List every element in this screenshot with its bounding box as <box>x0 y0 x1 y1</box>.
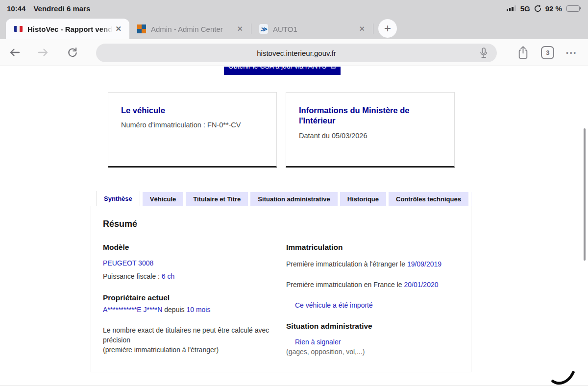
back-button[interactable] <box>4 47 25 58</box>
url-text: histovec.interieur.gouv.fr <box>257 49 336 57</box>
card-body: Datant du 05/03/2026 <box>299 132 441 140</box>
browser-tab-admin[interactable]: Admin - Admin Center ✕ <box>129 19 251 39</box>
external-link-icon <box>330 67 336 69</box>
status-date: Vendredi 6 mars <box>33 4 90 13</box>
owner-line: A***********E J****N depuis 10 mois <box>103 305 275 314</box>
ministry-card: Informations du Ministère de l'Intérieur… <box>286 92 455 168</box>
admin-status-hint: (gages, opposition, vol,...) <box>286 347 459 357</box>
bottom-hairline <box>0 385 588 386</box>
tab-kilometrage[interactable]: Kilométrage <box>471 192 471 206</box>
microphone-icon[interactable] <box>478 47 489 59</box>
cta-clip: Obtenir le CSA à jour via l'ANTS <box>224 67 341 75</box>
close-tab-icon[interactable]: ✕ <box>356 24 368 34</box>
registration-date-foreign: 19/09/2019 <box>407 260 441 268</box>
french-flag-favicon-icon <box>14 24 23 33</box>
tab-separator <box>373 24 373 34</box>
owner-note-line2: (première immatriculation à l'étranger) <box>103 345 275 355</box>
info-cards: Le véhicule Numéro d'immatriculation : F… <box>108 92 455 168</box>
nav-right-tools: 3 ••• <box>517 39 588 66</box>
owner-name: A***********E J****N <box>103 306 162 314</box>
model-name: PEUGEOT 3008 <box>103 258 275 268</box>
status-time: 10:44 <box>7 4 25 13</box>
synthese-panel: Résumé Modèle PEUGEOT 3008 Puissance fis… <box>91 206 471 372</box>
auto1-favicon-icon: ≫ <box>259 24 268 33</box>
card-title: Informations du Ministère de l'Intérieur <box>299 105 441 126</box>
browser-tab-histovec[interactable]: HistoVec - Rapport vend ✕ <box>6 19 129 39</box>
forward-button[interactable] <box>32 47 54 58</box>
tab-vehicule[interactable]: Véhicule <box>143 192 183 206</box>
fiscal-power-line: Puissance fiscale : 6 ch <box>103 271 275 281</box>
vehicle-card: Le véhicule Numéro d'immatriculation : F… <box>108 92 277 168</box>
tab-title: AUTO1 <box>273 25 356 33</box>
checker-favicon-icon <box>137 24 146 33</box>
close-tab-icon[interactable]: ✕ <box>234 24 246 34</box>
tab-overview-button[interactable]: 3 <box>541 46 554 59</box>
loading-arc-icon <box>549 367 577 386</box>
registration-date-france: 20/01/2020 <box>404 281 438 289</box>
tab-historique[interactable]: Historique <box>340 192 386 206</box>
browser-top-chrome: 10:44 Vendredi 6 mars 5G 92 % <box>0 0 588 39</box>
admin-status-heading: Situation administrative <box>286 322 459 331</box>
card-body: Numéro d'immatriculation : FN-0**-CV <box>121 121 264 129</box>
imported-link[interactable]: Ce véhicule a été importé <box>286 300 459 310</box>
model-heading: Modèle <box>103 243 275 252</box>
fiscal-power-value: 6 ch <box>162 272 174 280</box>
tab-title: Admin - Admin Center <box>151 25 234 33</box>
card-title: Le véhicule <box>121 105 264 116</box>
summary-title: Résumé <box>103 219 459 229</box>
page-scrollbar[interactable] <box>584 128 586 261</box>
tab-situation-administrative[interactable]: Situation administrative <box>250 192 337 206</box>
tab-titulaire-et-titre[interactable]: Titulaire et Titre <box>186 192 248 206</box>
network-label: 5G <box>520 4 530 13</box>
browser-tab-auto1[interactable]: ≫ AUTO1 ✕ <box>251 19 373 39</box>
close-tab-icon[interactable]: ✕ <box>112 24 124 34</box>
report-tabs: Synthèse Véhicule Titulaire et Titre Sit… <box>91 191 471 206</box>
summary-left-column: Modèle PEUGEOT 3008 Puissance fiscale : … <box>103 243 275 357</box>
status-bar: 10:44 Vendredi 6 mars 5G 92 % <box>0 0 588 17</box>
nav-bar: histovec.interieur.gouv.fr <box>0 39 588 66</box>
owner-duration: 10 mois <box>186 306 210 314</box>
new-tab-button[interactable]: + <box>378 19 397 38</box>
tab-title: HistoVec - Rapport vend <box>27 25 112 33</box>
summary-right-column: Immatriculation Première immatriculation… <box>286 243 459 357</box>
owner-note-line1: Le nombre exact de titulaires ne peut êt… <box>103 325 275 345</box>
web-content: Obtenir le CSA à jour via l'ANTS Le véhi… <box>0 67 588 386</box>
tab-synthese[interactable]: Synthèse <box>96 191 140 206</box>
registration-line2: Première immatriculation en France le 20… <box>286 280 459 290</box>
owner-heading: Propriétaire actuel <box>103 293 275 302</box>
url-bar[interactable]: histovec.interieur.gouv.fr <box>96 44 497 62</box>
get-csa-button[interactable]: Obtenir le CSA à jour via l'ANTS <box>224 67 341 75</box>
reload-button[interactable] <box>62 46 83 59</box>
battery-icon <box>566 5 581 12</box>
more-menu-icon[interactable]: ••• <box>566 49 577 56</box>
screen: 10:44 Vendredi 6 mars 5G 92 % <box>0 0 588 386</box>
registration-heading: Immatriculation <box>286 243 459 252</box>
share-icon[interactable] <box>517 46 529 60</box>
tab-strip: HistoVec - Rapport vend ✕ Admin - Admin … <box>0 17 588 39</box>
registration-line1: Première immatriculation à l'étranger le… <box>286 259 459 269</box>
signal-icon <box>507 5 516 11</box>
tab-controles-techniques[interactable]: Contrôles techniques <box>389 192 468 206</box>
admin-status-link[interactable]: Rien à signaler <box>286 337 459 347</box>
rotation-lock-icon <box>534 4 542 13</box>
battery-percent: 92 % <box>545 4 562 13</box>
